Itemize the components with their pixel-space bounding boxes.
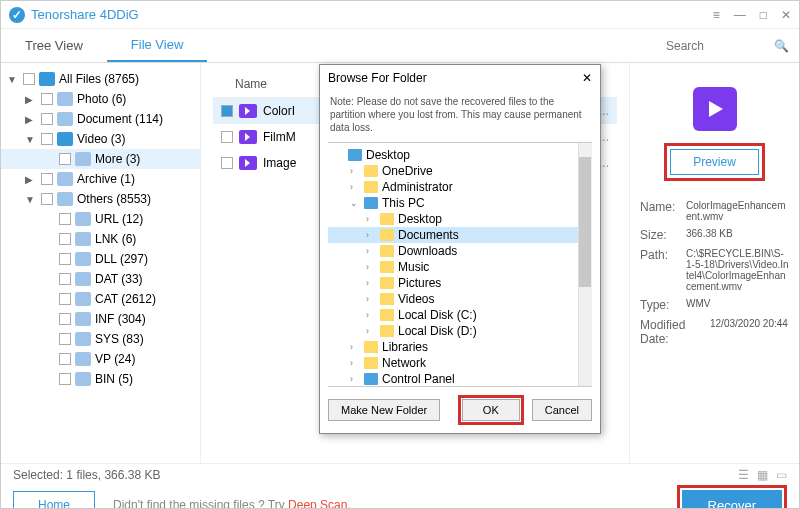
sidebar-item[interactable]: ▶Document (114) — [1, 109, 200, 129]
expand-icon[interactable]: › — [366, 262, 376, 272]
folder-tree-item[interactable]: ›Libraries — [328, 339, 592, 355]
checkbox[interactable] — [41, 113, 53, 125]
sidebar-item[interactable]: ▼Others (8553) — [1, 189, 200, 209]
sidebar-item[interactable]: CAT (2612) — [1, 289, 200, 309]
folder-label: Documents — [398, 228, 459, 242]
make-new-folder-button[interactable]: Make New Folder — [328, 399, 440, 421]
sidebar-item[interactable]: DAT (33) — [1, 269, 200, 289]
expand-icon[interactable]: › — [350, 166, 360, 176]
sidebar-item-label: BIN (5) — [95, 372, 133, 386]
checkbox[interactable] — [41, 93, 53, 105]
expand-icon[interactable]: ▶ — [25, 94, 37, 105]
expand-icon[interactable]: › — [366, 310, 376, 320]
tab-tree-view[interactable]: Tree View — [1, 29, 107, 62]
sidebar-item[interactable]: BIN (5) — [1, 369, 200, 389]
expand-icon[interactable]: › — [366, 294, 376, 304]
checkbox[interactable] — [59, 313, 71, 325]
recover-button[interactable]: Recover — [682, 490, 782, 510]
expand-icon[interactable]: ▶ — [25, 114, 37, 125]
checkbox[interactable] — [221, 105, 233, 117]
view-grid-icon[interactable]: ▦ — [757, 468, 768, 482]
minimize-icon[interactable]: — — [734, 8, 746, 22]
maximize-icon[interactable]: □ — [760, 8, 767, 22]
expand-icon[interactable]: › — [350, 374, 360, 384]
sidebar-item[interactable]: INF (304) — [1, 309, 200, 329]
folder-tree-item[interactable]: ›Downloads — [328, 243, 592, 259]
view-detail-icon[interactable]: ▭ — [776, 468, 787, 482]
folder-tree-item[interactable]: ›Pictures — [328, 275, 592, 291]
expand-icon[interactable]: › — [366, 278, 376, 288]
expand-icon[interactable]: › — [366, 326, 376, 336]
view-list-icon[interactable]: ☰ — [738, 468, 749, 482]
folder-tree-item[interactable]: ›Control Panel — [328, 371, 592, 387]
folder-tree-item[interactable]: Desktop — [328, 147, 592, 163]
cancel-button[interactable]: Cancel — [532, 399, 592, 421]
expand-icon[interactable]: › — [366, 246, 376, 256]
expand-icon[interactable]: › — [350, 342, 360, 352]
folder-tree-item[interactable]: ›OneDrive — [328, 163, 592, 179]
dialog-close-icon[interactable]: ✕ — [582, 71, 592, 85]
checkbox[interactable] — [59, 353, 71, 365]
expand-icon[interactable]: › — [350, 182, 360, 192]
checkbox[interactable] — [41, 173, 53, 185]
checkbox[interactable] — [221, 157, 233, 169]
checkbox[interactable] — [59, 333, 71, 345]
checkbox[interactable] — [221, 131, 233, 143]
folder-label: This PC — [382, 196, 425, 210]
folder-tree-item[interactable]: ›Local Disk (D:) — [328, 323, 592, 339]
checkbox[interactable] — [59, 293, 71, 305]
folder-tree-item[interactable]: ›Music — [328, 259, 592, 275]
sidebar-item[interactable]: ▼Video (3) — [1, 129, 200, 149]
column-name[interactable]: Name — [235, 77, 267, 91]
search-icon[interactable]: 🔍 — [774, 39, 789, 53]
checkbox[interactable] — [41, 193, 53, 205]
expand-icon[interactable]: ▼ — [25, 194, 37, 205]
sidebar-item[interactable]: ▼All Files (8765) — [1, 69, 200, 89]
checkbox[interactable] — [59, 153, 71, 165]
checkbox[interactable] — [41, 133, 53, 145]
checkbox[interactable] — [59, 213, 71, 225]
expand-icon[interactable]: › — [350, 358, 360, 368]
sidebar-item[interactable]: SYS (83) — [1, 329, 200, 349]
scrollbar-thumb[interactable] — [579, 157, 591, 287]
sidebar-item[interactable]: VP (24) — [1, 349, 200, 369]
expand-icon[interactable]: › — [366, 230, 376, 240]
menu-icon[interactable]: ≡ — [713, 8, 720, 22]
sidebar-item[interactable]: ▶Archive (1) — [1, 169, 200, 189]
folder-tree-item[interactable]: ⌄This PC — [328, 195, 592, 211]
sidebar-item[interactable]: ▶Photo (6) — [1, 89, 200, 109]
folder-tree-item[interactable]: ›Network — [328, 355, 592, 371]
sidebar-item[interactable]: LNK (6) — [1, 229, 200, 249]
home-button[interactable]: Home — [13, 491, 95, 509]
search-input[interactable] — [666, 39, 766, 53]
folder-icon — [380, 213, 394, 225]
tab-file-view[interactable]: File View — [107, 29, 208, 62]
expand-icon[interactable]: ▼ — [25, 134, 37, 145]
dialog-scrollbar[interactable] — [578, 143, 592, 386]
meta-type-label: Type: — [640, 298, 686, 312]
checkbox[interactable] — [23, 73, 35, 85]
sidebar-item-label: DLL (297) — [95, 252, 148, 266]
expand-icon[interactable]: ▼ — [7, 74, 19, 85]
checkbox[interactable] — [59, 273, 71, 285]
preview-button[interactable]: Preview — [670, 149, 759, 175]
app-logo-icon: ✓ — [9, 7, 25, 23]
folder-icon — [75, 272, 91, 286]
ok-button[interactable]: OK — [462, 399, 520, 421]
folder-tree-item[interactable]: ›Videos — [328, 291, 592, 307]
expand-icon[interactable]: › — [366, 214, 376, 224]
expand-icon[interactable]: ⌄ — [350, 198, 360, 208]
folder-tree-item[interactable]: ›Desktop — [328, 211, 592, 227]
checkbox[interactable] — [59, 253, 71, 265]
sidebar-item[interactable]: DLL (297) — [1, 249, 200, 269]
checkbox[interactable] — [59, 373, 71, 385]
folder-tree-item[interactable]: ›Local Disk (C:) — [328, 307, 592, 323]
sidebar-item[interactable]: URL (12) — [1, 209, 200, 229]
folder-tree-item[interactable]: ›Administrator — [328, 179, 592, 195]
close-icon[interactable]: ✕ — [781, 8, 791, 22]
sidebar-item[interactable]: More (3) — [1, 149, 200, 169]
folder-tree-item[interactable]: ›Documents — [328, 227, 592, 243]
deep-scan-link[interactable]: Deep Scan — [288, 498, 347, 509]
checkbox[interactable] — [59, 233, 71, 245]
expand-icon[interactable]: ▶ — [25, 174, 37, 185]
